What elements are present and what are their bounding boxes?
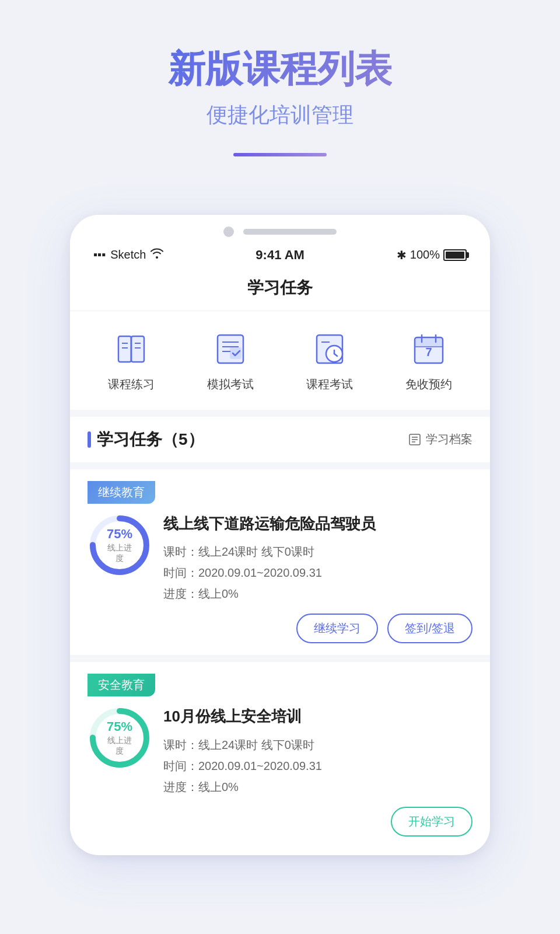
phone-mockup: ▪▪▪ Sketch 9:41 AM ✱ 100% 学习任务 xyxy=(70,215,490,855)
status-bar: ▪▪▪ Sketch 9:41 AM ✱ 100% xyxy=(70,243,490,267)
nav-title: 学习任务 xyxy=(70,267,490,311)
course-tag-0: 继续教育 xyxy=(88,481,155,504)
course-meta-progress-0: 进度：线上0% xyxy=(163,583,473,604)
app-content: 课程练习 模拟考试 xyxy=(70,311,490,848)
course-name-0: 线上线下道路运输危险品驾驶员 xyxy=(163,513,473,534)
continue-study-button-0[interactable]: 继续学习 xyxy=(296,614,378,643)
section-title-wrap: 学习任务（5） xyxy=(88,428,204,451)
status-time: 9:41 AM xyxy=(256,248,304,263)
carrier-label: Sketch xyxy=(110,248,146,262)
section-header: 学习任务（5） 学习档案 xyxy=(70,417,490,462)
exam-icon xyxy=(210,329,251,370)
start-study-button-1[interactable]: 开始学习 xyxy=(391,807,473,837)
progress-pct-0: 75% xyxy=(104,527,136,542)
calendar-icon: 7 xyxy=(408,329,449,370)
course-meta-hours-0: 课时：线上24课时 线下0课时 xyxy=(163,541,473,562)
phone-speaker xyxy=(243,229,337,235)
course-progress-1: 75% 线上进度 xyxy=(88,706,152,770)
bluetooth-icon: ✱ xyxy=(397,248,407,262)
quick-menu: 课程练习 模拟考试 xyxy=(70,311,490,410)
progress-pct-1: 75% xyxy=(104,719,136,734)
progress-label-1: 线上进度 xyxy=(104,736,136,757)
course-name-1: 10月份线上安全培训 xyxy=(163,706,473,727)
course-meta-hours-1: 课时：线上24课时 线下0课时 xyxy=(163,734,473,755)
signal-icon: ▪▪▪ xyxy=(93,248,106,262)
svg-rect-1 xyxy=(131,336,144,362)
clock-exam-icon xyxy=(309,329,350,370)
wifi-icon xyxy=(150,248,163,262)
course-body-0: 75% 线上进度 线上线下道路运输危险品驾驶员 课时：线上24课时 线下0课时 … xyxy=(88,513,473,643)
status-left: ▪▪▪ Sketch xyxy=(93,248,163,262)
course-body-1: 75% 线上进度 10月份线上安全培训 课时：线上24课时 线下0课时 时间：2… xyxy=(88,706,473,836)
status-right: ✱ 100% xyxy=(397,248,467,262)
progress-label-0: 线上进度 xyxy=(104,543,136,564)
header-subtitle: 便捷化培训管理 xyxy=(168,101,392,130)
course-info-1: 10月份线上安全培训 课时：线上24课时 线下0课时 时间：2020.09.01… xyxy=(163,706,473,836)
phone-camera xyxy=(223,226,234,237)
section-bar xyxy=(88,431,91,448)
quick-item-appointment[interactable]: 7 免收预约 xyxy=(405,329,452,392)
course-info-0: 线上线下道路运输危险品驾驶员 课时：线上24课时 线下0课时 时间：2020.0… xyxy=(163,513,473,643)
course-meta-progress-1: 进度：线上0% xyxy=(163,776,473,797)
quick-label-mock-exam: 模拟考试 xyxy=(207,377,254,392)
course-actions-0: 继续学习 签到/签退 xyxy=(163,614,473,643)
course-meta-time-1: 时间：2020.09.01~2020.09.31 xyxy=(163,755,473,776)
course-card-1: 安全教育 75% 线上进度 10月份线上安全培训 课时：线上24课时 线下0课时 xyxy=(70,662,490,848)
quick-label-course-practice: 课程练习 xyxy=(108,377,155,392)
course-card-0: 继续教育 75% 线上进度 线上线下道路运输危险品驾驶员 课时：线上24课时 线… xyxy=(70,469,490,655)
svg-rect-0 xyxy=(118,336,131,362)
course-meta-time-0: 时间：2020.09.01~2020.09.31 xyxy=(163,562,473,583)
book-open-icon xyxy=(111,329,152,370)
progress-text-0: 75% 线上进度 xyxy=(104,527,136,564)
battery-label: 100% xyxy=(410,248,440,262)
quick-item-course-practice[interactable]: 课程练习 xyxy=(108,329,155,392)
course-progress-0: 75% 线上进度 xyxy=(88,513,152,577)
phone-notch xyxy=(70,215,490,243)
quick-item-mock-exam[interactable]: 模拟考试 xyxy=(207,329,254,392)
progress-text-1: 75% 线上进度 xyxy=(104,719,136,757)
battery-icon xyxy=(443,249,467,261)
section-right-label: 学习档案 xyxy=(426,431,473,447)
header-divider xyxy=(233,153,327,156)
header-section: 新版课程列表 便捷化培训管理 xyxy=(168,0,392,180)
section-right[interactable]: 学习档案 xyxy=(408,431,473,447)
section-title: 学习任务（5） xyxy=(97,428,204,451)
svg-text:7: 7 xyxy=(425,346,432,358)
quick-label-course-exam: 课程考试 xyxy=(306,377,353,392)
checkin-button-0[interactable]: 签到/签退 xyxy=(387,614,473,643)
battery-fill xyxy=(446,252,464,259)
course-tag-1: 安全教育 xyxy=(88,674,155,696)
svg-rect-11 xyxy=(230,348,241,358)
quick-label-appointment: 免收预约 xyxy=(405,377,452,392)
course-actions-1: 开始学习 xyxy=(163,807,473,837)
header-title: 新版课程列表 xyxy=(168,47,392,92)
quick-item-course-exam[interactable]: 课程考试 xyxy=(306,329,353,392)
